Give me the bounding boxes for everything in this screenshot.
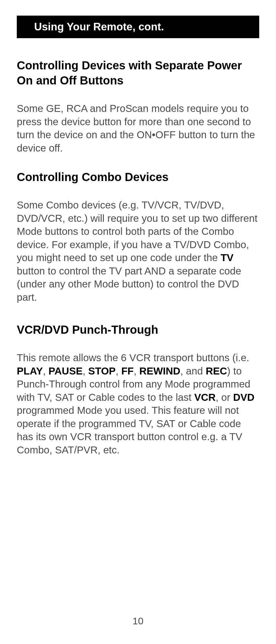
- body-text-span: ,: [134, 365, 139, 377]
- section-body-3: This remote allows the 6 VCR transport b…: [17, 351, 259, 456]
- bold-text: TV: [220, 252, 233, 263]
- bold-text: FF: [121, 365, 134, 377]
- body-text-span: , or: [216, 392, 233, 403]
- body-text-span: ,: [83, 365, 88, 377]
- body-text-span: , and: [180, 365, 206, 377]
- bold-text: VCR: [194, 392, 216, 403]
- bold-text: PLAY: [17, 365, 43, 377]
- spacer: [17, 319, 259, 322]
- section-title-3: VCR/DVD Punch-Through: [17, 322, 259, 337]
- bold-text: REC: [206, 365, 227, 377]
- page-number: 10: [0, 615, 276, 627]
- section-title-2: Controlling Combo Devices: [17, 169, 259, 184]
- body-text-span: ,: [43, 365, 48, 377]
- body-text-span: Some GE, RCA and ProScan models require …: [17, 103, 255, 154]
- body-text-span: ,: [116, 365, 121, 377]
- body-text-span: programmed Mode you used. This feature w…: [17, 405, 242, 455]
- bold-text: PAUSE: [49, 365, 83, 377]
- bold-text: STOP: [88, 365, 116, 377]
- section-body-2: Some Combo devices (e.g. TV/VCR, TV/DVD,…: [17, 198, 259, 304]
- manual-page: Using Your Remote, cont. Controlling Dev…: [0, 0, 276, 644]
- section-title-1: Controlling Devices with Separate Power …: [17, 58, 259, 88]
- bold-text: REWIND: [139, 365, 180, 377]
- bold-text: DVD: [233, 392, 255, 403]
- section-body-1: Some GE, RCA and ProScan models require …: [17, 102, 259, 154]
- body-text-span: button to control the TV part AND a sepa…: [17, 265, 241, 303]
- body-text-span: This remote allows the 6 VCR transport b…: [17, 352, 249, 363]
- page-header-title: Using Your Remote, cont.: [34, 21, 253, 33]
- page-header-bar: Using Your Remote, cont.: [17, 16, 259, 38]
